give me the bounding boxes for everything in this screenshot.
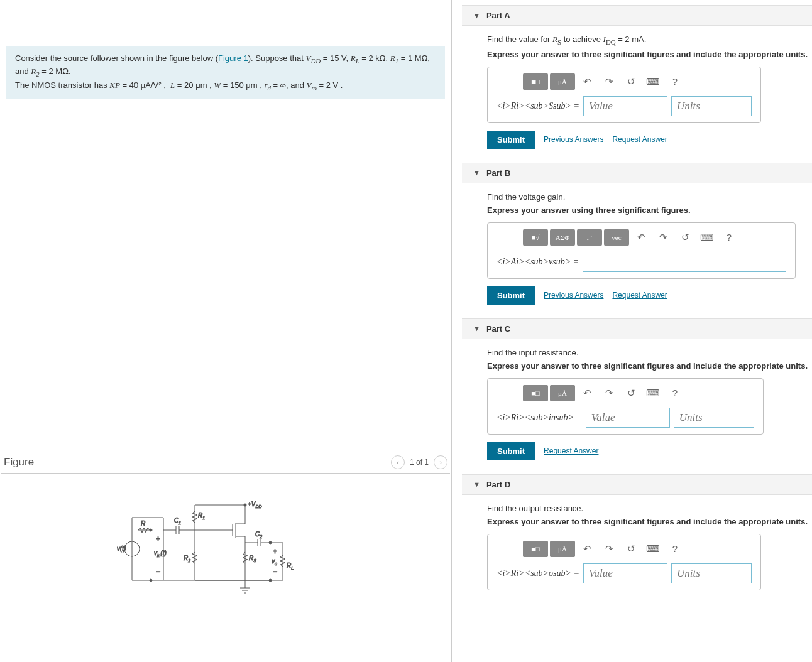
problem-intro: Consider the source follower shown in th… (6, 46, 445, 99)
caret-down-icon: ▼ (473, 169, 480, 176)
expr-tool-2[interactable]: ↓↑ (577, 229, 602, 246)
expr-toolbar: ■√ΑΣΦ↓↑vec↶↷↺⌨? (523, 229, 786, 246)
part-C-header[interactable]: ▼ Part C (462, 318, 812, 339)
units-toolicon-4[interactable]: ? (665, 73, 685, 90)
expr-toolicon-0[interactable]: ↶ (631, 229, 651, 246)
part-C-value-input[interactable] (586, 408, 670, 428)
input-panel: ■□μÅ↶↷↺⌨? <i>Ri><sub>osub> = (487, 534, 761, 590)
part-B-submit-button[interactable]: Submit (487, 286, 535, 305)
caret-down-icon: ▼ (473, 480, 480, 488)
part-A-symbol: <i>Ri><sub>Ssub> = (497, 101, 579, 111)
svg-text:v(t): v(t) (117, 545, 126, 552)
expr-tool-0[interactable]: ■√ (523, 229, 548, 246)
svg-text:R2: R2 (184, 555, 190, 563)
units-toolbar: ■□μÅ↶↷↺⌨? (523, 73, 752, 90)
part-C-title: Part C (486, 324, 510, 334)
part-B-link-0[interactable]: Previous Answers (544, 291, 603, 300)
svg-text:C2: C2 (255, 531, 262, 539)
part-C-link-0[interactable]: Request Answer (544, 447, 598, 455)
part-C-submit-button[interactable]: Submit (487, 442, 535, 460)
units-toolicon-4[interactable]: ? (665, 541, 685, 557)
units-toolicon-2[interactable]: ↺ (621, 541, 641, 557)
units-toolicon-2[interactable]: ↺ (621, 385, 641, 401)
figure-pager-label: 1 of 1 (410, 458, 429, 467)
svg-text:−: − (156, 567, 160, 576)
expr-tool-1[interactable]: ΑΣΦ (550, 229, 575, 246)
part-B-prompt: Find the voltage gain. (487, 192, 812, 202)
input-panel: ■□μÅ↶↷↺⌨? <i>Ri><sub>insub> = (487, 378, 764, 435)
part-B-expr-input[interactable] (583, 252, 786, 272)
part-D-units-input[interactable] (671, 563, 752, 583)
part-C: ▼ Part CFind the input resistance.Expres… (462, 318, 812, 469)
part-C-symbol: <i>Ri><sub>insub> = (497, 413, 582, 423)
part-D-title: Part D (486, 480, 510, 489)
part-A-units-input[interactable] (671, 96, 752, 116)
part-B-header[interactable]: ▼ Part B (462, 163, 812, 183)
part-A-header[interactable]: ▼ Part A (462, 5, 812, 26)
part-A-instruction: Express your answer to three significant… (487, 50, 812, 59)
svg-point-38 (269, 541, 272, 544)
part-A-value-input[interactable] (583, 96, 667, 116)
caret-down-icon: ▼ (473, 12, 480, 19)
units-toolicon-2[interactable]: ↺ (621, 73, 641, 90)
circuit-diagram: v(t) R + vin(t) − (113, 492, 314, 605)
svg-text:+: + (273, 547, 277, 556)
part-B-title: Part B (486, 168, 510, 178)
part-A-title: Part A (486, 11, 510, 20)
units-toolicon-1[interactable]: ↷ (599, 541, 619, 557)
units-toolicon-0[interactable]: ↶ (577, 541, 597, 557)
svg-point-8 (150, 579, 152, 582)
units-tool-0[interactable]: ■□ (523, 385, 548, 401)
intro-text-1: Consider the source follower shown in th… (15, 53, 218, 63)
part-B-link-1[interactable]: Request Answer (612, 291, 667, 300)
figure-link[interactable]: Figure 1 (218, 53, 248, 63)
units-toolicon-0[interactable]: ↶ (577, 385, 597, 401)
part-C-prompt: Find the input resistance. (487, 348, 812, 357)
expr-tool-3[interactable]: vec (604, 229, 629, 246)
expr-toolicon-4[interactable]: ? (719, 229, 739, 246)
units-toolbar: ■□μÅ↶↷↺⌨? (523, 541, 752, 557)
part-A-link-0[interactable]: Previous Answers (544, 135, 603, 144)
units-tool-1[interactable]: μÅ (550, 541, 575, 557)
input-panel: ■□μÅ↶↷↺⌨? <i>Ri><sub>Ssub> = (487, 67, 761, 123)
units-toolicon-4[interactable]: ? (665, 385, 685, 401)
part-D-value-input[interactable] (583, 563, 667, 583)
part-A-prompt: Find the value for RS to achieve IDQ = 2… (487, 35, 812, 46)
figure-prev-button[interactable]: ‹ (391, 455, 405, 469)
part-D-header[interactable]: ▼ Part D (462, 474, 812, 495)
figure-next-button[interactable]: › (434, 455, 447, 469)
units-tool-0[interactable]: ■□ (523, 73, 548, 90)
expr-toolicon-2[interactable]: ↺ (675, 229, 695, 246)
units-toolicon-1[interactable]: ↷ (599, 385, 619, 401)
units-toolicon-3[interactable]: ⌨ (643, 73, 663, 90)
svg-text:vo: vo (272, 558, 277, 566)
units-toolicon-0[interactable]: ↶ (577, 73, 597, 90)
svg-text:vin(t): vin(t) (154, 550, 167, 558)
svg-text:RL: RL (287, 562, 294, 570)
part-A: ▼ Part AFind the value for RS to achieve… (462, 5, 812, 158)
expr-toolicon-3[interactable]: ⌨ (697, 229, 717, 246)
part-C-instruction: Express your answer to three significant… (487, 361, 812, 371)
units-tool-1[interactable]: μÅ (550, 385, 575, 401)
part-A-link-1[interactable]: Request Answer (612, 135, 667, 144)
part-D: ▼ Part DFind the output resistance.Expre… (462, 474, 812, 599)
units-toolbar: ■□μÅ↶↷↺⌨? (523, 385, 754, 401)
intro-text-2: ). Suppose that (248, 53, 306, 63)
svg-text:RS: RS (249, 555, 256, 563)
intro-text-3: The NMOS transistor has (15, 80, 109, 90)
units-toolicon-3[interactable]: ⌨ (643, 385, 663, 401)
svg-point-7 (150, 529, 152, 531)
part-C-units-input[interactable] (674, 408, 754, 428)
svg-text:+VDD: +VDD (248, 501, 262, 509)
expr-toolicon-1[interactable]: ↷ (653, 229, 673, 246)
part-B-instruction: Express your answer using three signific… (487, 205, 812, 215)
units-tool-1[interactable]: μÅ (550, 73, 575, 90)
part-A-submit-button[interactable]: Submit (487, 131, 535, 149)
units-toolicon-1[interactable]: ↷ (599, 73, 619, 90)
svg-text:C1: C1 (174, 517, 181, 525)
part-B-symbol: <i>Ai><sub>vsub> = (497, 257, 579, 267)
svg-text:+: + (156, 534, 160, 543)
units-toolicon-3[interactable]: ⌨ (643, 541, 663, 557)
units-tool-0[interactable]: ■□ (523, 541, 548, 557)
caret-down-icon: ▼ (473, 325, 480, 332)
